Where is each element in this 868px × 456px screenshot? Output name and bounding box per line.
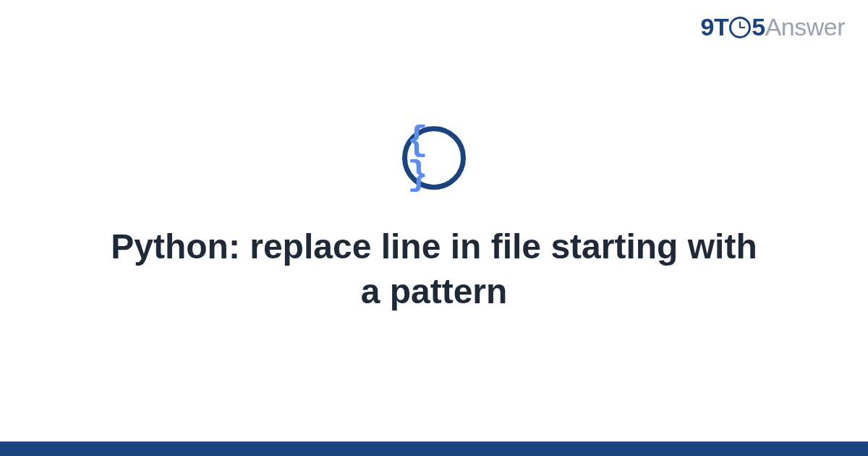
code-braces-icon: { } xyxy=(407,123,461,193)
site-logo: 9T 5 Answer xyxy=(701,13,845,41)
category-icon-circle: { } xyxy=(402,126,466,190)
page-title: Python: replace line in file starting wi… xyxy=(80,224,788,315)
logo-text-prefix: 9T xyxy=(701,13,729,41)
logo-text-word: Answer xyxy=(765,13,845,41)
footer-bar xyxy=(0,442,868,456)
main-content: { } Python: replace line in file startin… xyxy=(0,126,868,315)
clock-icon xyxy=(729,17,751,38)
logo-text-suffix: 5 xyxy=(752,13,765,41)
